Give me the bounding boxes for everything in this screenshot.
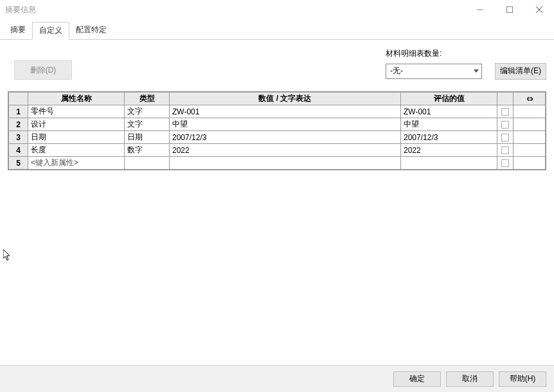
- cell-value[interactable]: 中望: [170, 118, 401, 131]
- cell-link[interactable]: [514, 131, 546, 144]
- table-row[interactable]: 1 零件号 文字 ZW-001 ZW-001: [9, 105, 546, 118]
- header-corner: [9, 93, 28, 105]
- cell-checkbox[interactable]: [497, 105, 514, 118]
- table-row[interactable]: 3 日期 日期 2007/12/3 2007/12/3: [9, 131, 546, 144]
- cell-eval: 2007/12/3: [401, 131, 497, 144]
- edit-list-button[interactable]: 编辑清单(E): [495, 63, 546, 80]
- cell-type[interactable]: 数字: [125, 144, 170, 157]
- row-index: 3: [9, 131, 28, 144]
- cell-link[interactable]: [514, 157, 546, 170]
- tab-config[interactable]: 配置特定: [69, 22, 113, 39]
- svg-rect-1: [507, 7, 513, 13]
- cell-name[interactable]: 零件号: [28, 105, 125, 118]
- cell-name[interactable]: 日期: [28, 131, 125, 144]
- cell-value[interactable]: ZW-001: [170, 105, 401, 118]
- header-checkbox: [497, 93, 514, 105]
- row-index: 2: [9, 118, 28, 131]
- window-title: 摘要信息: [5, 4, 36, 15]
- properties-table: 属性名称 类型 数值 / 文字表达 评估的值 1 零件号 文字 ZW-001 Z…: [8, 91, 546, 170]
- cell-checkbox[interactable]: [497, 131, 514, 144]
- tab-row: 摘要 自定义 配置特定: [0, 19, 554, 40]
- cell-value[interactable]: 2022: [170, 144, 401, 157]
- cell-checkbox[interactable]: [497, 144, 514, 157]
- cell-name-placeholder[interactable]: <键入新属性>: [28, 157, 125, 170]
- dialog-footer: 确定 取消 帮助(H): [0, 365, 554, 392]
- row-index: 5: [9, 157, 28, 170]
- cell-eval: ZW-001: [401, 105, 497, 118]
- cell-name[interactable]: 设计: [28, 118, 125, 131]
- bom-quantity-label: 材料明细表数量:: [386, 48, 442, 59]
- cell-checkbox[interactable]: [497, 118, 514, 131]
- window-titlebar: 摘要信息: [0, 0, 554, 19]
- maximize-button[interactable]: [495, 0, 524, 19]
- header-value: 数值 / 文字表达: [170, 93, 401, 105]
- header-eval: 评估的值: [401, 93, 497, 105]
- ok-button[interactable]: 确定: [393, 371, 441, 387]
- table-header-row: 属性名称 类型 数值 / 文字表达 评估的值: [9, 93, 546, 105]
- help-button[interactable]: 帮助(H): [499, 371, 546, 387]
- row-index: 1: [9, 105, 28, 118]
- checkbox-icon: [501, 147, 509, 154]
- cell-eval: [401, 157, 497, 170]
- chevron-down-icon: [474, 69, 479, 73]
- table-row[interactable]: 2 设计 文字 中望 中望: [9, 118, 546, 131]
- checkbox-icon: [501, 121, 509, 129]
- cursor-icon: [3, 249, 12, 262]
- cell-type[interactable]: [125, 157, 170, 170]
- tab-custom[interactable]: 自定义: [32, 22, 69, 40]
- close-button[interactable]: [524, 0, 554, 19]
- bom-quantity-value: -无-: [390, 66, 403, 76]
- cell-name[interactable]: 长度: [28, 144, 125, 157]
- checkbox-icon: [501, 108, 509, 116]
- cancel-button[interactable]: 取消: [446, 371, 494, 387]
- delete-button: 删除(D): [14, 60, 72, 80]
- checkbox-icon: [501, 134, 509, 141]
- checkbox-icon: [501, 159, 509, 167]
- table-row[interactable]: 5 <键入新属性>: [9, 157, 546, 170]
- cell-eval: 中望: [401, 118, 497, 131]
- row-index: 4: [9, 144, 28, 157]
- cell-eval: 2022: [401, 144, 497, 157]
- tab-summary[interactable]: 摘要: [4, 22, 32, 39]
- table-row[interactable]: 4 长度 数字 2022 2022: [9, 144, 546, 157]
- cell-type[interactable]: 文字: [125, 118, 170, 131]
- cell-value[interactable]: 2007/12/3: [170, 131, 401, 144]
- bom-quantity-select[interactable]: -无-: [386, 64, 482, 79]
- cell-checkbox[interactable]: [497, 157, 514, 170]
- header-name: 属性名称: [28, 93, 125, 105]
- header-link-icon: [514, 93, 546, 105]
- cell-link[interactable]: [514, 144, 546, 157]
- minimize-button[interactable]: [465, 0, 495, 19]
- cell-link[interactable]: [514, 118, 546, 131]
- cell-link[interactable]: [514, 105, 546, 118]
- cell-type[interactable]: 文字: [125, 105, 170, 118]
- header-type: 类型: [125, 93, 170, 105]
- cell-type[interactable]: 日期: [125, 131, 170, 144]
- cell-value[interactable]: [170, 157, 401, 170]
